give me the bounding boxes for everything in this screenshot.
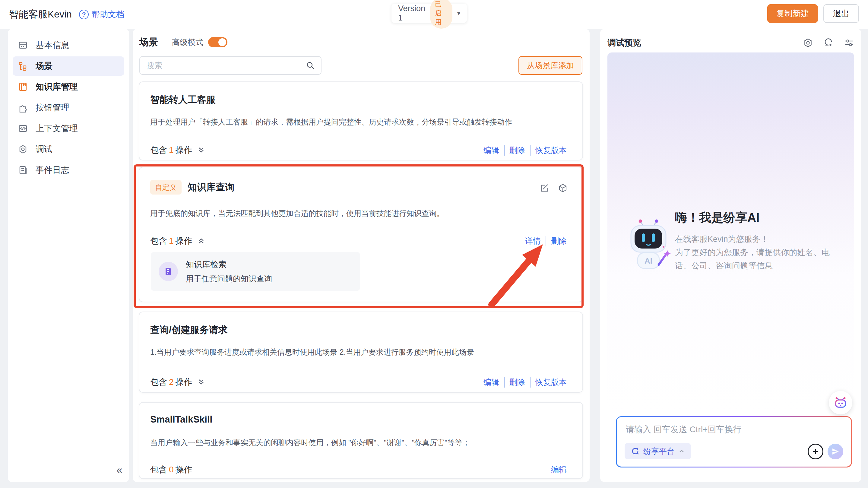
sidebar-item-button-mgmt[interactable]: 按钮管理	[13, 98, 124, 117]
details-link[interactable]: 详情	[520, 236, 546, 246]
puzzle-icon	[18, 103, 28, 113]
page-title: 智能客服Kevin	[9, 8, 72, 21]
help-doc-link[interactable]: ? 帮助文档	[79, 9, 124, 20]
scene-card-knowledge-query: 自定义 知识库查询 用于兜底的知识库，当无法匹配到其他更加合适的技能时，使用当前…	[139, 167, 583, 302]
sidebar-item-basic-info[interactable]: 基本信息	[13, 36, 124, 55]
restore-version-link[interactable]: 恢复版本	[530, 145, 571, 156]
edit-link[interactable]: 编辑	[478, 377, 504, 388]
operation-item-knowledge-search[interactable]: 知识库检索 用于任意问题的知识查询	[151, 252, 360, 291]
knowledge-book-icon	[18, 82, 28, 92]
edit-link[interactable]: 编辑	[478, 145, 504, 156]
card-title: 查询/创建服务请求	[150, 324, 228, 336]
double-chevron-up-icon[interactable]	[197, 237, 205, 245]
advanced-mode-label: 高级模式	[172, 37, 203, 48]
edit-link[interactable]: 编辑	[546, 464, 571, 475]
sidebar-item-event-log[interactable]: 事件日志	[13, 160, 124, 180]
debug-preview-panel: 调试预览	[600, 29, 861, 482]
top-header: 智能客服Kevin ? 帮助文档 Version 1 已启用 ▾ 复制新建 退出	[0, 0, 868, 29]
greeting-line: 话、公司、咨询问题等信息	[675, 259, 844, 272]
plus-icon	[811, 447, 820, 456]
card-description: 用于处理用户「转接人工客服」的请求，需根据用户提问完整性、历史请求次数，分场景引…	[150, 116, 564, 128]
card-description: 1.当用户要求查询服务进度或请求相关信息时使用此场景 2.当用户要求进行服务预约…	[150, 346, 564, 358]
sidebar-item-label: 知识库管理	[36, 81, 78, 93]
scenes-title: 场景	[140, 36, 158, 49]
new-chat-icon[interactable]	[824, 38, 834, 48]
chevron-up-icon	[678, 448, 685, 455]
chat-preview-area: AI 嗨！我是纷享AI 在线客服Kevin为您服务！ 为了更好的为您服务，请提供…	[608, 53, 854, 411]
exit-button[interactable]: 退出	[824, 4, 859, 23]
platform-search-icon	[631, 447, 640, 456]
advanced-mode-toggle[interactable]	[208, 37, 227, 48]
platform-selector[interactable]: 纷享平台	[625, 443, 691, 459]
chat-input-box: 纷享平台	[616, 416, 852, 467]
sidebar-item-label: 调试	[36, 144, 53, 155]
card-description: 用于兜底的知识库，当无法匹配到其他更加合适的技能时，使用当前技能进行知识查询。	[150, 207, 564, 219]
robot-widget-button[interactable]	[829, 391, 852, 415]
sidebar: 基本信息 场景 知识库管理 按钮管理 上下文管理 调试 事件日志 «	[8, 29, 129, 482]
robot-face-icon	[833, 395, 848, 410]
operation-desc: 用于任意问题的知识查询	[186, 274, 272, 284]
operation-title: 知识库检索	[186, 259, 272, 270]
scene-card-service-request: 查询/创建服务请求 1.当用户要求查询服务进度或请求相关信息时使用此场景 2.当…	[139, 311, 583, 393]
ai-robot-avatar: AI	[627, 219, 673, 277]
card-title: 知识库查询	[188, 181, 234, 194]
restore-version-link[interactable]: 恢复版本	[530, 377, 571, 388]
sliders-icon[interactable]	[844, 38, 854, 48]
delete-link[interactable]: 删除	[504, 145, 530, 156]
search-input[interactable]	[140, 61, 306, 70]
double-chevron-down-icon[interactable]	[197, 378, 205, 386]
question-circle-icon: ?	[79, 10, 89, 19]
info-panel-icon	[18, 40, 28, 50]
ops-count: 包含0操作	[150, 464, 192, 475]
debug-nut-icon	[18, 145, 28, 154]
version-selector[interactable]: Version 1 已启用 ▾	[392, 4, 467, 23]
sidebar-item-context-mgmt[interactable]: 上下文管理	[13, 119, 124, 138]
sidebar-item-label: 事件日志	[36, 164, 69, 176]
attach-button[interactable]	[808, 444, 824, 459]
robot-chest-badge: AI	[645, 256, 652, 266]
send-button[interactable]	[828, 444, 843, 459]
ops-count: 包含1操作	[150, 235, 205, 247]
card-title: 智能转人工客服	[150, 93, 216, 106]
delete-link[interactable]: 删除	[546, 236, 571, 246]
scene-card-smalltalk: SmallTalkSkill 当用户输入一些与业务和事实无关的闲聊内容时使用，例…	[139, 402, 583, 479]
greeting-line: 在线客服Kevin为您服务！	[675, 233, 844, 246]
help-doc-label: 帮助文档	[92, 9, 124, 20]
sidebar-collapse-button[interactable]: «	[116, 464, 122, 477]
add-from-library-button[interactable]: 从场景库添加	[519, 56, 582, 75]
card-description: 当用户输入一些与业务和事实无关的闲聊内容时使用，例如 "你好啊"、"谢谢"、"你…	[150, 436, 564, 449]
divider	[165, 38, 165, 47]
sidebar-item-label: 按钮管理	[36, 102, 69, 113]
double-chevron-down-icon[interactable]	[197, 146, 205, 154]
scene-card-transfer-human: 智能转人工客服 用于处理用户「转接人工客服」的请求，需根据用户提问完整性、历史请…	[139, 82, 583, 160]
greeting-title: 嗨！我是纷享AI	[675, 209, 844, 226]
greeting-line: 为了更好的为您服务，请提供你的姓名、电	[675, 246, 844, 259]
custom-badge: 自定义	[150, 180, 182, 194]
edit-square-icon[interactable]	[539, 183, 549, 193]
toggle-knob	[218, 38, 226, 46]
copy-create-button[interactable]: 复制新建	[767, 4, 818, 23]
sidebar-item-label: 场景	[36, 60, 53, 72]
knowledge-doc-icon	[159, 262, 178, 281]
cube-icon[interactable]	[558, 183, 568, 193]
event-log-icon	[18, 165, 28, 175]
scene-search	[140, 56, 321, 75]
debug-preview-title: 调试预览	[608, 37, 641, 49]
code-context-icon	[18, 124, 28, 133]
paper-plane-icon	[832, 448, 839, 455]
sidebar-item-debug[interactable]: 调试	[13, 140, 124, 159]
debug-settings-icon[interactable]	[803, 38, 813, 48]
version-status-badge: 已启用	[430, 0, 453, 29]
ops-count: 包含2操作	[150, 376, 205, 388]
version-label: Version 1	[398, 4, 425, 23]
scenes-panel: 场景 高级模式 从场景库添加 智能转人工客服 用于处理用户「转接人工客服」的请求…	[133, 29, 590, 482]
platform-label: 纷享平台	[643, 446, 675, 457]
ops-count: 包含1操作	[150, 145, 205, 156]
search-icon[interactable]	[306, 61, 315, 70]
sidebar-item-knowledge-base[interactable]: 知识库管理	[13, 77, 124, 96]
chat-message-input[interactable]	[626, 421, 842, 438]
sidebar-item-scenes[interactable]: 场景	[13, 56, 124, 76]
sidebar-item-label: 上下文管理	[36, 123, 78, 134]
delete-link[interactable]: 删除	[504, 377, 530, 388]
chevron-down-icon[interactable]: ▾	[457, 10, 460, 17]
